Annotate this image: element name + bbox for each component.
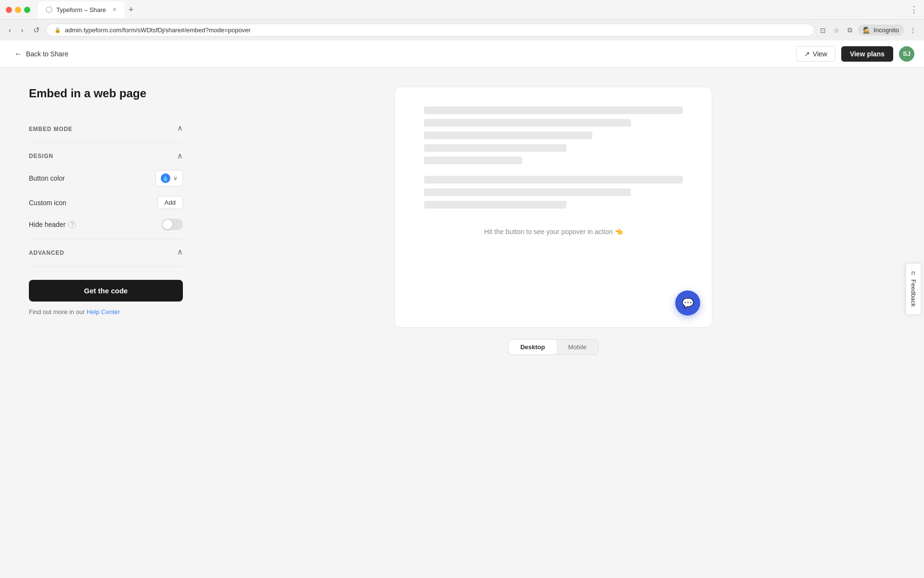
view-button[interactable]: ↗ View xyxy=(796,46,835,62)
app-header: ← Back to Share ↗ View View plans SJ xyxy=(0,40,924,67)
feedback-tab[interactable]: ⊏ Feedback xyxy=(905,263,921,315)
advanced-chevron-icon: ∨ xyxy=(177,248,183,257)
design-section: DESIGN ∧ Button color 💧 ∨ Custom icon xyxy=(29,143,183,239)
maximize-window-dot[interactable] xyxy=(24,7,30,13)
color-drop-icon: 💧 xyxy=(162,175,169,182)
skeleton-group-2 xyxy=(424,176,683,209)
hide-header-label-group: Hide header ? xyxy=(29,221,76,228)
address-bar[interactable]: 🔒 admin.typeform.com/form/sWDtsfDj/share… xyxy=(46,24,815,37)
close-window-dot[interactable] xyxy=(6,7,12,13)
tab-title: Typeform – Share xyxy=(56,6,106,13)
view-label: View xyxy=(813,50,827,58)
advanced-label: ADVANCED xyxy=(29,250,64,256)
external-link-icon: ↗ xyxy=(804,50,810,58)
nav-right: ⊡ ☆ ⧉ 🕵 Incognito ⋮ xyxy=(818,24,918,36)
get-code-button[interactable]: Get the code xyxy=(29,280,183,302)
skeleton-line-8 xyxy=(424,201,566,209)
forward-nav-button[interactable]: › xyxy=(18,24,26,37)
incognito-icon: 🕵 xyxy=(863,26,871,34)
question-mark-text: ? xyxy=(71,221,74,228)
skeleton-line-4 xyxy=(424,144,566,152)
avatar[interactable]: SJ xyxy=(899,46,914,62)
design-label: DESIGN xyxy=(29,153,53,159)
advanced-header[interactable]: ADVANCED ∨ xyxy=(29,248,183,257)
design-header[interactable]: DESIGN ∧ xyxy=(29,151,183,160)
extensions-icon[interactable]: ⧉ xyxy=(846,24,854,36)
window-controls xyxy=(6,7,30,13)
button-color-label: Button color xyxy=(29,174,65,182)
embed-mode-chevron-icon: ∨ xyxy=(177,124,183,133)
skeleton-line-3 xyxy=(424,131,592,139)
custom-icon-label: Custom icon xyxy=(29,199,66,207)
help-center-link[interactable]: Help Center xyxy=(87,308,120,315)
embed-mode-section: EMBED MODE ∨ xyxy=(29,116,183,143)
skeleton-line-5 xyxy=(424,157,522,164)
device-toggle: Desktop Mobile xyxy=(508,339,599,355)
browser-menu-button[interactable]: ⋮ xyxy=(908,25,918,36)
skeleton-line-1 xyxy=(424,106,683,114)
incognito-label: Incognito xyxy=(873,26,899,34)
refresh-button[interactable]: ↺ xyxy=(30,24,42,37)
browser-chrome: Typeform – Share ✕ + ⋮ ‹ › ↺ 🔒 admin.typ… xyxy=(0,0,924,40)
button-color-row: Button color 💧 ∨ xyxy=(29,170,183,186)
tab-close-button[interactable]: ✕ xyxy=(112,6,117,13)
preview-hint-text: Hit the button to see your popover in ac… xyxy=(484,228,623,236)
view-plans-button[interactable]: View plans xyxy=(841,46,893,62)
color-swatch: 💧 xyxy=(161,173,170,183)
custom-icon-row: Custom icon Add xyxy=(29,196,183,209)
active-tab[interactable]: Typeform – Share ✕ xyxy=(38,1,125,18)
chat-icon: 💬 xyxy=(682,297,694,309)
incognito-badge: 🕵 Incognito xyxy=(858,25,904,36)
tab-bar: Typeform – Share ✕ + xyxy=(38,1,906,18)
skeleton-group-1 xyxy=(424,106,683,164)
feedback-label: Feedback xyxy=(910,279,917,307)
color-chevron-icon: ∨ xyxy=(173,175,178,182)
feedback-icon: ⊏ xyxy=(910,271,916,276)
color-picker-button[interactable]: 💧 ∨ xyxy=(155,170,183,186)
skeleton-line-6 xyxy=(424,176,683,184)
help-text-static: Find out more in our xyxy=(29,308,85,315)
popover-fab-button[interactable]: 💬 xyxy=(675,290,700,315)
design-chevron-icon: ∧ xyxy=(177,151,183,160)
cast-icon[interactable]: ⊡ xyxy=(818,25,828,36)
custom-icon-add-button[interactable]: Add xyxy=(157,196,183,209)
skeleton-line-7 xyxy=(424,188,631,196)
desktop-tab[interactable]: Desktop xyxy=(509,340,556,355)
browser-titlebar: Typeform – Share ✕ + ⋮ xyxy=(0,0,924,19)
preview-frame: Hit the button to see your popover in ac… xyxy=(395,87,712,328)
browser-nav: ‹ › ↺ 🔒 admin.typeform.com/form/sWDtsfDj… xyxy=(0,19,924,40)
url-text: admin.typeform.com/form/sWDtsfDj/share#/… xyxy=(65,26,251,34)
help-text: Find out more in our Help Center xyxy=(29,308,183,315)
embed-mode-label: EMBED MODE xyxy=(29,126,73,132)
tab-favicon xyxy=(46,6,52,13)
hide-header-row: Hide header ? xyxy=(29,219,183,230)
minimize-window-dot[interactable] xyxy=(15,7,21,13)
back-label: Back to Share xyxy=(26,50,68,58)
left-panel: Embed in a web page EMBED MODE ∨ DESIGN … xyxy=(29,87,183,578)
new-tab-button[interactable]: + xyxy=(128,5,134,15)
back-to-share-button[interactable]: ← Back to Share xyxy=(10,47,73,61)
hide-header-toggle[interactable] xyxy=(162,219,183,230)
browser-menu-icon[interactable]: ⋮ xyxy=(910,4,918,15)
lock-icon: 🔒 xyxy=(54,27,61,33)
mobile-tab[interactable]: Mobile xyxy=(557,340,598,355)
hide-header-tooltip-icon[interactable]: ? xyxy=(68,221,76,228)
main-content: Embed in a web page EMBED MODE ∨ DESIGN … xyxy=(0,67,924,578)
preview-action-area: Hit the button to see your popover in ac… xyxy=(424,228,683,236)
back-arrow-icon: ← xyxy=(14,50,22,58)
design-content: Button color 💧 ∨ Custom icon Add xyxy=(29,160,183,230)
skeleton-line-2 xyxy=(424,119,631,127)
hide-header-label: Hide header xyxy=(29,221,65,228)
back-nav-button[interactable]: ‹ xyxy=(6,24,14,37)
embed-mode-header[interactable]: EMBED MODE ∨ xyxy=(29,124,183,133)
bookmark-icon[interactable]: ☆ xyxy=(832,25,842,36)
page-title: Embed in a web page xyxy=(29,87,183,100)
advanced-section: ADVANCED ∨ xyxy=(29,239,183,266)
preview-area: Hit the button to see your popover in ac… xyxy=(212,87,895,578)
header-right: ↗ View View plans SJ xyxy=(796,46,914,62)
